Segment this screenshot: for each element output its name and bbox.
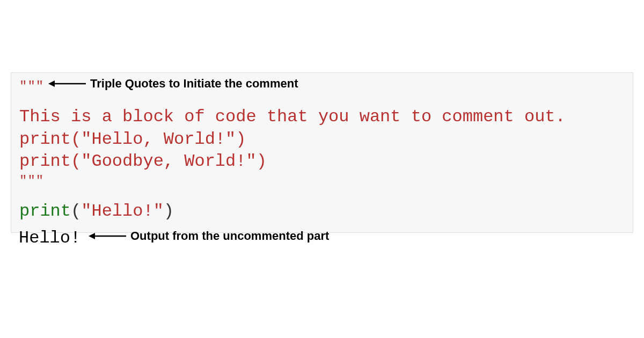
code-block: """ This is a block of code that you wan… — [11, 72, 633, 233]
svg-marker-1 — [48, 80, 55, 87]
output-text: Hello! — [19, 228, 80, 248]
arrow-left-icon — [48, 78, 86, 89]
annotation-bottom: Output from the uncommented part — [89, 229, 329, 243]
svg-marker-3 — [89, 233, 95, 239]
annotation-top: Triple Quotes to Initiate the comment — [48, 77, 298, 91]
arrow-left-icon — [89, 231, 126, 241]
annotation-top-text: Triple Quotes to Initiate the comment — [90, 77, 298, 91]
annotation-bottom-text: Output from the uncommented part — [130, 229, 329, 243]
code-close-quotes: """ — [19, 173, 625, 189]
code-comment-line2: print("Hello, World!") — [19, 128, 625, 151]
code-active-line: print("Hello!") — [19, 200, 625, 223]
blank-line — [19, 95, 625, 106]
code-comment-line3: print("Goodbye, World!") — [19, 150, 625, 173]
blank-line — [19, 189, 625, 200]
code-comment-line1: This is a block of code that you want to… — [19, 106, 625, 128]
